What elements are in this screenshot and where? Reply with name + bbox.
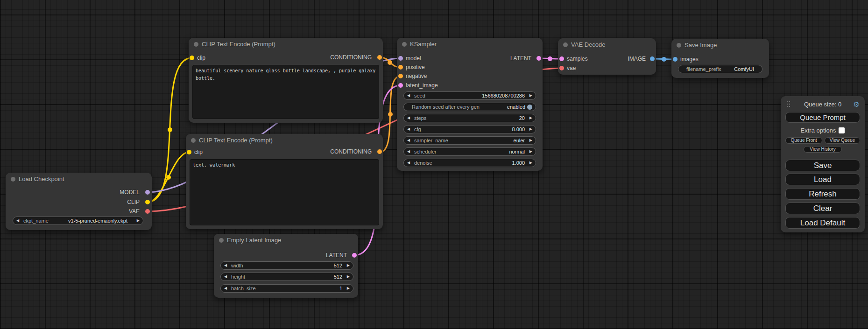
increment-arrow-icon[interactable]: ▶ — [527, 148, 532, 155]
decrement-arrow-icon[interactable]: ◀ — [407, 148, 413, 155]
node-title-bar[interactable]: CLIP Text Encode (Prompt) — [189, 38, 383, 51]
collapse-dot-icon[interactable] — [191, 138, 196, 143]
link-dot-latent — [548, 56, 552, 61]
widget-label: steps — [414, 115, 426, 121]
settings-gear-icon[interactable]: ⚙ — [854, 100, 860, 109]
toggle-on-icon[interactable] — [527, 105, 532, 110]
widget-value: 156680208700286 — [482, 93, 525, 98]
decrement-arrow-icon[interactable]: ◀ — [224, 285, 230, 292]
input-label-latent-image: latent_image — [406, 82, 438, 89]
input-slot-negative[interactable] — [398, 74, 403, 78]
output-slot-latent[interactable] — [536, 56, 541, 61]
widget-steps[interactable]: ◀ steps 20 ▶ — [403, 114, 536, 122]
input-slot-positive[interactable] — [398, 65, 403, 70]
decrement-arrow-icon[interactable]: ◀ — [407, 92, 413, 99]
node-title-bar[interactable]: CLIP Text Encode (Prompt) — [186, 134, 383, 147]
widget-value: 20 — [519, 115, 525, 121]
input-slot-latent-image[interactable] — [398, 83, 403, 88]
widget-sampler-name[interactable]: ◀ sampler_name euler ▶ — [403, 136, 536, 145]
link-dot-positive — [388, 60, 392, 65]
output-slot-conditioning[interactable] — [377, 149, 382, 154]
node-load-checkpoint[interactable]: Load Checkpoint MODEL CLIP VAE ◀ ckpt_na… — [6, 173, 152, 230]
widget-denoise[interactable]: ◀ denoise 1.000 ▶ — [403, 159, 536, 167]
node-save-image[interactable]: Save Image images filename_prefix ComfyU… — [671, 39, 769, 78]
node-clip-text-encode-negative[interactable]: CLIP Text Encode (Prompt) clip CONDITION… — [186, 134, 383, 229]
increment-arrow-icon[interactable]: ▶ — [527, 137, 532, 144]
decrement-arrow-icon[interactable]: ◀ — [407, 126, 413, 133]
clear-button[interactable]: Clear — [785, 203, 860, 214]
node-title-bar[interactable]: VAE Decode — [558, 38, 656, 51]
output-slot-clip[interactable] — [145, 200, 150, 204]
node-title-bar[interactable]: Empty Latent Image — [214, 234, 358, 247]
view-history-button[interactable]: View History — [804, 146, 842, 153]
load-button[interactable]: Load — [785, 174, 860, 185]
output-slot-model[interactable] — [145, 190, 150, 195]
widget-label: ckpt_name — [23, 218, 49, 224]
increment-arrow-icon[interactable]: ▶ — [344, 285, 350, 292]
decrement-arrow-icon[interactable]: ◀ — [407, 137, 413, 144]
increment-arrow-icon[interactable]: ▶ — [344, 262, 350, 269]
widget-cfg[interactable]: ◀ cfg 8.000 ▶ — [403, 125, 536, 133]
increment-arrow-icon[interactable]: ▶ — [527, 92, 532, 99]
output-slot-vae[interactable] — [145, 209, 150, 214]
output-slot-latent[interactable] — [352, 253, 357, 258]
increment-arrow-icon[interactable]: ▶ — [344, 273, 350, 280]
input-label-vae: vae — [567, 65, 576, 71]
node-title-bar[interactable]: Load Checkpoint — [6, 173, 152, 186]
node-ksampler[interactable]: KSampler model positive negative latent_… — [397, 38, 543, 171]
widget-width[interactable]: ◀ width 512 ▶ — [220, 261, 353, 270]
widget-filename-prefix[interactable]: filename_prefix ComfyUI — [678, 65, 762, 73]
node-title-bar[interactable]: Save Image — [671, 39, 769, 52]
collapse-dot-icon[interactable] — [11, 177, 15, 182]
decrement-arrow-icon[interactable]: ◀ — [224, 273, 230, 280]
prompt-textarea[interactable]: text, watermark — [190, 159, 379, 225]
input-slot-images[interactable] — [673, 57, 677, 62]
prompt-textarea[interactable]: beautiful scenery nature glass bottle la… — [192, 65, 379, 119]
load-default-button[interactable]: Load Default — [785, 217, 860, 229]
refresh-button[interactable]: Refresh — [785, 188, 860, 200]
collapse-dot-icon[interactable] — [402, 42, 407, 47]
widget-random-seed-toggle[interactable]: Random seed after every gen enabled — [403, 103, 536, 111]
widget-label: seed — [414, 93, 425, 98]
output-slot-image[interactable] — [650, 56, 655, 61]
widget-seed[interactable]: ◀ seed 156680208700286 ▶ — [403, 91, 536, 100]
decrement-arrow-icon[interactable]: ◀ — [407, 114, 413, 122]
queue-prompt-button[interactable]: Queue Prompt — [785, 112, 860, 123]
collapse-dot-icon[interactable] — [563, 42, 568, 47]
increment-arrow-icon[interactable]: ▶ — [527, 126, 532, 133]
input-slot-model[interactable] — [398, 56, 403, 61]
queue-panel-header: Queue size: 0 ⚙ — [781, 100, 865, 109]
view-queue-button[interactable]: View Queue — [825, 137, 860, 144]
output-slot-conditioning[interactable] — [377, 55, 382, 60]
decrement-arrow-icon[interactable]: ◀ — [407, 159, 413, 167]
queue-front-button[interactable]: Queue Front — [785, 137, 822, 144]
output-label-conditioning: CONDITIONING — [297, 148, 372, 155]
collapse-dot-icon[interactable] — [194, 42, 198, 47]
save-button[interactable]: Save — [785, 160, 860, 171]
extra-options-row: Extra options — [781, 127, 865, 134]
widget-height[interactable]: ◀ height 512 ▶ — [220, 273, 353, 281]
increment-arrow-icon[interactable]: ▶ — [527, 114, 532, 122]
collapse-dot-icon[interactable] — [219, 238, 224, 243]
node-vae-decode[interactable]: VAE Decode samples vae IMAGE — [558, 38, 656, 75]
queue-menu-panel[interactable]: Queue size: 0 ⚙ Queue Prompt Extra optio… — [781, 96, 865, 232]
input-slot-samples[interactable] — [559, 56, 564, 61]
increment-arrow-icon[interactable]: ▶ — [134, 217, 140, 224]
increment-arrow-icon[interactable]: ▶ — [527, 159, 532, 167]
widget-ckpt-name[interactable]: ◀ ckpt_name v1-5-pruned-emaonly.ckpt ▶ — [13, 217, 143, 225]
input-slot-vae[interactable] — [559, 66, 564, 70]
node-clip-text-encode-positive[interactable]: CLIP Text Encode (Prompt) clip CONDITION… — [189, 38, 383, 123]
decrement-arrow-icon[interactable]: ◀ — [16, 217, 22, 224]
widget-label: cfg — [414, 126, 421, 132]
collapse-dot-icon[interactable] — [677, 43, 681, 48]
node-title-bar[interactable]: KSampler — [397, 38, 543, 51]
input-label-model: model — [406, 55, 421, 62]
input-slot-clip[interactable] — [190, 56, 194, 60]
decrement-arrow-icon[interactable]: ◀ — [224, 262, 230, 269]
widget-batch-size[interactable]: ◀ batch_size 1 ▶ — [220, 284, 353, 293]
extra-options-checkbox[interactable] — [839, 127, 845, 133]
node-empty-latent-image[interactable]: Empty Latent Image LATENT ◀ width 512 ▶ … — [214, 234, 358, 298]
comfyui-canvas[interactable]: { "icons": { "arrow_left": "◀", "arrow_r… — [0, 0, 868, 329]
input-slot-clip[interactable] — [187, 150, 191, 154]
widget-scheduler[interactable]: ◀ scheduler normal ▶ — [403, 147, 536, 156]
